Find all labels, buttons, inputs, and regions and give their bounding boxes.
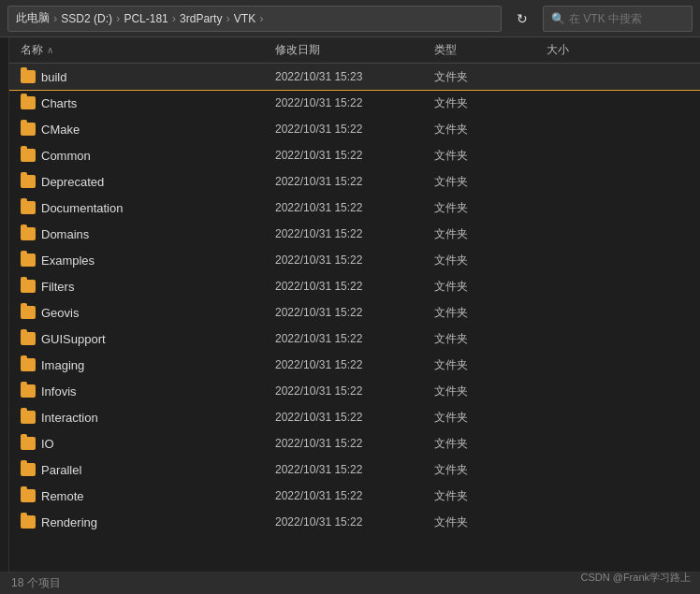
- file-name-cell: IO: [13, 437, 275, 451]
- file-name-text: Common: [41, 149, 91, 163]
- file-type-cell: 文件夹: [434, 279, 547, 295]
- file-type-cell: 文件夹: [434, 226, 547, 242]
- folder-icon: [21, 384, 36, 398]
- file-name-text: CMake: [41, 123, 80, 137]
- table-row[interactable]: Domains 2022/10/31 15:22 文件夹: [9, 221, 700, 247]
- table-row[interactable]: Geovis 2022/10/31 15:22 文件夹: [9, 299, 700, 326]
- file-name-text: IO: [41, 437, 54, 451]
- file-type-cell: 文件夹: [434, 357, 547, 373]
- column-size-header[interactable]: 大小: [547, 42, 621, 58]
- file-name-cell: Examples: [13, 254, 275, 268]
- file-date-cell: 2022/10/31 15:22: [275, 227, 434, 240]
- file-type-cell: 文件夹: [434, 331, 547, 347]
- table-row[interactable]: Imaging 2022/10/31 15:22 文件夹: [9, 352, 700, 378]
- folder-icon: [21, 70, 36, 83]
- file-type-cell: 文件夹: [434, 122, 547, 138]
- breadcrumb-sep-5: ›: [259, 11, 263, 25]
- table-row[interactable]: Examples 2022/10/31 15:22 文件夹: [9, 247, 700, 273]
- file-name-cell: Deprecated: [13, 175, 275, 189]
- folder-icon: [21, 149, 36, 162]
- file-name-cell: Common: [13, 149, 275, 163]
- file-date-cell: 2022/10/31 15:22: [275, 463, 434, 476]
- file-type-cell: 文件夹: [434, 462, 547, 478]
- table-row[interactable]: Infovis 2022/10/31 15:22 文件夹: [9, 378, 700, 404]
- column-headers: 名称 ∧ 修改日期 类型 大小: [9, 37, 700, 64]
- table-row[interactable]: GUISupport 2022/10/31 15:22 文件夹: [9, 326, 700, 352]
- file-date-cell: 2022/10/31 15:22: [275, 306, 434, 319]
- file-date-cell: 2022/10/31 15:22: [275, 489, 434, 502]
- refresh-button[interactable]: ↻: [509, 6, 535, 32]
- file-type-cell: 文件夹: [434, 95, 547, 111]
- table-row[interactable]: Filters 2022/10/31 15:22 文件夹: [9, 273, 700, 299]
- search-input[interactable]: [569, 12, 684, 25]
- breadcrumb-3rdparty[interactable]: 3rdParty: [180, 12, 222, 25]
- table-row[interactable]: Interaction 2022/10/31 15:22 文件夹: [9, 404, 700, 430]
- folder-icon: [21, 175, 36, 188]
- file-name-cell: Documentation: [13, 201, 275, 215]
- folder-icon: [21, 463, 36, 476]
- column-date-header[interactable]: 修改日期: [275, 42, 434, 58]
- file-name-cell: build: [13, 70, 275, 84]
- file-name-cell: Domains: [13, 227, 275, 241]
- file-area: 名称 ∧ 修改日期 类型 大小 build 2022/10/31 15:23 文…: [9, 37, 700, 572]
- folder-icon: [21, 280, 36, 293]
- breadcrumb-computer[interactable]: 此电脑: [16, 10, 50, 26]
- folder-icon: [21, 332, 36, 345]
- file-type-cell: 文件夹: [434, 305, 547, 321]
- file-type-cell: 文件夹: [434, 514, 547, 530]
- column-type-header[interactable]: 类型: [434, 42, 547, 58]
- table-row[interactable]: Remote 2022/10/31 15:22 文件夹: [9, 483, 700, 509]
- file-date-cell: 2022/10/31 15:22: [275, 437, 434, 450]
- file-name-cell: Filters: [13, 280, 275, 294]
- breadcrumb-sep-2: ›: [116, 11, 120, 25]
- file-date-cell: 2022/10/31 15:22: [275, 201, 434, 214]
- table-row[interactable]: Parallel 2022/10/31 15:22 文件夹: [9, 456, 700, 483]
- file-date-cell: 2022/10/31 15:22: [275, 515, 434, 529]
- folder-icon: [21, 515, 36, 529]
- file-date-cell: 2022/10/31 15:22: [275, 123, 434, 136]
- table-row[interactable]: Deprecated 2022/10/31 15:22 文件夹: [9, 168, 700, 195]
- breadcrumb-drive[interactable]: SSD2 (D:): [61, 12, 112, 25]
- file-name-text: GUISupport: [41, 332, 106, 346]
- table-row[interactable]: Documentation 2022/10/31 15:22 文件夹: [9, 195, 700, 221]
- file-date-cell: 2022/10/31 15:23: [275, 70, 434, 83]
- file-name-text: Examples: [41, 254, 95, 268]
- file-name-text: Remote: [41, 489, 84, 503]
- folder-icon: [21, 123, 36, 136]
- file-name-text: build: [41, 70, 66, 84]
- folder-icon: [21, 254, 36, 267]
- file-name-text: Parallel: [41, 463, 81, 477]
- file-name-text: Filters: [41, 280, 74, 294]
- file-date-cell: 2022/10/31 15:22: [275, 411, 434, 424]
- breadcrumb-vtk[interactable]: VTK: [234, 12, 255, 25]
- file-date-cell: 2022/10/31 15:22: [275, 175, 434, 188]
- folder-icon: [21, 201, 36, 214]
- file-name-text: Charts: [41, 96, 77, 110]
- table-row[interactable]: CMake 2022/10/31 15:22 文件夹: [9, 116, 700, 142]
- table-row[interactable]: Common 2022/10/31 15:22 文件夹: [9, 142, 700, 168]
- file-name-cell: CMake: [13, 123, 275, 137]
- breadcrumb[interactable]: 此电脑 › SSD2 (D:) › PCL-181 › 3rdParty › V…: [7, 6, 502, 32]
- column-name-header[interactable]: 名称 ∧: [13, 42, 275, 58]
- file-type-cell: 文件夹: [434, 200, 547, 216]
- table-row[interactable]: IO 2022/10/31 15:22 文件夹: [9, 430, 700, 456]
- file-type-cell: 文件夹: [434, 69, 547, 85]
- folder-icon: [21, 489, 36, 502]
- file-type-cell: 文件夹: [434, 488, 547, 504]
- table-row[interactable]: build 2022/10/31 15:23 文件夹: [9, 64, 700, 90]
- table-row[interactable]: Charts 2022/10/31 15:22 文件夹: [9, 90, 700, 116]
- breadcrumb-pcl[interactable]: PCL-181: [124, 12, 168, 25]
- file-type-cell: 文件夹: [434, 148, 547, 164]
- folder-icon: [21, 437, 36, 450]
- file-name-text: Interaction: [41, 411, 98, 425]
- file-name-text: Deprecated: [41, 175, 104, 189]
- file-name-cell: Interaction: [13, 411, 275, 425]
- status-text: 18 个项目: [11, 575, 61, 591]
- file-type-cell: 文件夹: [434, 436, 547, 452]
- file-date-cell: 2022/10/31 15:22: [275, 332, 434, 345]
- table-row[interactable]: Rendering 2022/10/31 15:22 文件夹: [9, 509, 700, 535]
- file-name-text: Imaging: [41, 358, 84, 372]
- file-type-cell: 文件夹: [434, 410, 547, 426]
- search-box[interactable]: 🔍: [543, 6, 693, 32]
- file-date-cell: 2022/10/31 15:22: [275, 280, 434, 293]
